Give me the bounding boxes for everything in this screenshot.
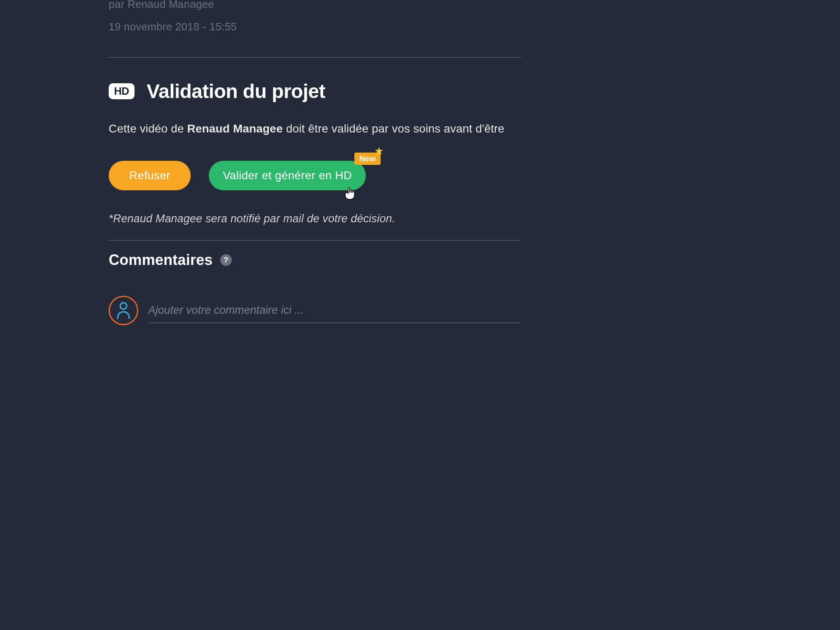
section-divider bbox=[109, 57, 521, 58]
action-buttons: Refuser Valider et générer en HD New bbox=[109, 161, 521, 190]
comment-input-row bbox=[109, 296, 521, 325]
hd-badge: HD bbox=[109, 83, 135, 99]
validation-header: HD Validation du projet bbox=[109, 80, 521, 103]
author-prefix: par bbox=[109, 0, 128, 10]
comments-header: Commentaires ? bbox=[109, 251, 521, 269]
description-author: Renaud Managee bbox=[187, 122, 283, 135]
author-name: Renaud Managee bbox=[128, 0, 214, 10]
comments-title: Commentaires bbox=[109, 251, 213, 269]
validation-description: Cette vidéo de Renaud Managee doit être … bbox=[109, 122, 521, 135]
notification-note: *Renaud Managee sera notifié par mail de… bbox=[109, 212, 521, 225]
validate-label: Valider et générer en HD bbox=[223, 169, 352, 182]
refuse-button[interactable]: Refuser bbox=[109, 161, 191, 190]
author-line: par Renaud Managee bbox=[109, 0, 521, 11]
star-icon bbox=[374, 146, 384, 156]
validation-title: Validation du projet bbox=[147, 80, 325, 103]
help-icon[interactable]: ? bbox=[220, 254, 232, 266]
person-icon bbox=[116, 301, 131, 320]
description-suffix: doit être validée par vos soins avant d'… bbox=[283, 122, 504, 135]
timestamp: 19 novembre 2018 - 15:55 bbox=[109, 21, 521, 33]
description-prefix: Cette vidéo de bbox=[109, 122, 187, 135]
new-badge: New bbox=[354, 153, 381, 165]
svg-point-0 bbox=[120, 303, 127, 309]
validate-button[interactable]: Valider et générer en HD New bbox=[209, 161, 366, 190]
comment-input[interactable] bbox=[148, 298, 521, 323]
user-avatar bbox=[109, 296, 138, 325]
comments-divider bbox=[109, 240, 521, 241]
